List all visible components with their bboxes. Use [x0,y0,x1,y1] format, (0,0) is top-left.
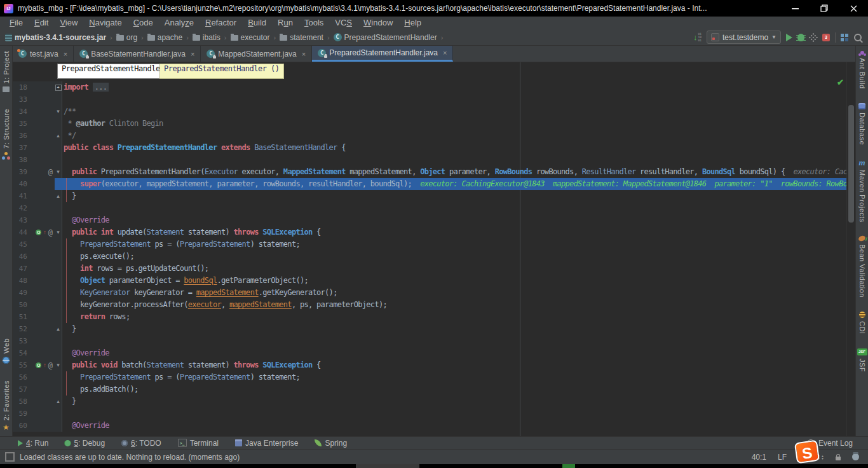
line-number[interactable]: 46 [13,251,31,263]
code-text[interactable]: keyGenerator.processAfter(executor, mapp… [62,299,846,311]
code-text[interactable]: import ... [62,81,846,93]
fold-gutter[interactable] [55,202,62,214]
gutter-icons[interactable] [31,420,55,432]
fold-gutter[interactable] [55,178,62,190]
gutter-icons[interactable] [31,275,55,287]
code-text[interactable]: @Override [62,420,846,432]
menu-window[interactable]: Window [358,17,398,29]
line-number[interactable]: 51 [13,311,31,323]
menu-file[interactable]: File [4,17,29,29]
code-line-60[interactable]: 60 @Override [13,420,846,432]
code-line-42[interactable]: 42 [13,202,846,214]
code-line-41[interactable]: 41▴ } [13,190,846,202]
fold-gutter[interactable] [55,214,62,226]
code-line-36[interactable]: 36▴ */ [13,130,846,142]
code-text[interactable]: public int update(Statement statement) t… [62,226,846,238]
tab-test.java[interactable]: Ctest.java× [13,46,74,62]
code-text[interactable]: } [62,396,846,408]
code-line-38[interactable]: 38 [13,154,846,166]
gutter-icons[interactable] [31,251,55,263]
gutter-icons[interactable] [31,371,55,383]
override-method-icon[interactable]: O [36,362,41,368]
fold-gutter[interactable]: ▾ [55,106,62,118]
tool-button-5-debug[interactable]: 5: Debug [65,439,105,448]
code-text[interactable] [62,202,846,214]
code-line-58[interactable]: 58▴ } [13,396,846,408]
gutter-icons[interactable] [31,299,55,311]
code-text[interactable]: } [62,190,846,202]
gutter-icons[interactable]: O↑@ [31,226,55,238]
profiler-button[interactable]: 3 [822,34,830,41]
fold-gutter[interactable] [55,287,62,299]
context-popup-class[interactable]: PreparedStatementHandler [57,64,168,79]
tool-stripe-cdi[interactable]: CDI [858,312,866,334]
menu-code[interactable]: Code [128,17,159,29]
menu-help[interactable]: Help [398,17,427,29]
line-number[interactable]: 38 [13,154,31,166]
fold-gutter[interactable]: ▾ [55,166,62,178]
code-line-54[interactable]: 54 @Override [13,347,846,359]
code-line-43[interactable]: 43 @Override [13,214,846,226]
gutter-icons[interactable] [31,202,55,214]
gutter-icons[interactable] [31,287,55,299]
code-line-51[interactable]: 51 return rows; [13,311,846,323]
gutter-icons[interactable] [31,118,55,130]
fold-gutter[interactable] [55,408,62,420]
fold-gutter[interactable] [55,420,62,432]
line-number[interactable]: 55 [13,359,31,371]
code-text[interactable]: public PreparedStatementHandler(Executor… [62,166,846,178]
run-with-coverage-button[interactable] [808,32,819,43]
line-number[interactable]: 60 [13,420,31,432]
menu-navigate[interactable]: Navigate [83,17,127,29]
code-line-50[interactable]: 50 keyGenerator.processAfter(executor, m… [13,299,846,311]
fold-expand-icon[interactable]: + [55,85,62,91]
menu-tools[interactable]: Tools [299,17,329,29]
readonly-lock-icon[interactable] [836,457,841,460]
minimize-button[interactable] [780,0,810,17]
close-icon[interactable]: × [64,50,67,58]
code-text[interactable] [62,154,846,166]
code-text[interactable]: */ [62,130,846,142]
code-text[interactable]: Object parameterObject = boundSql.getPar… [62,275,846,287]
fold-gutter[interactable] [55,251,62,263]
line-number[interactable]: 37 [13,142,31,154]
close-button[interactable] [839,0,868,17]
line-number[interactable]: 47 [13,263,31,275]
fold-gutter[interactable] [55,383,62,396]
fold-gutter[interactable]: ▾ [55,226,62,238]
line-number[interactable]: 18 [13,81,31,93]
menu-vcs[interactable]: VCS [329,17,358,29]
code-line-39[interactable]: 39@▾ public PreparedStatementHandler(Exe… [13,166,846,178]
line-number[interactable]: 36 [13,130,31,142]
gutter-icons[interactable] [31,238,55,251]
fold-gutter[interactable] [55,118,62,130]
tool-stripe-ant-build[interactable]: Ant Build [858,51,866,89]
fold-gutter[interactable]: ▴ [55,323,62,335]
fold-gutter[interactable]: + [55,81,62,93]
line-number[interactable]: 49 [13,287,31,299]
line-number[interactable]: 40 [13,178,31,190]
gutter-icons[interactable]: O↑@ [31,359,55,371]
line-number[interactable]: 43 [13,214,31,226]
line-number[interactable]: 39 [13,166,31,178]
override-method-icon[interactable]: O [36,230,41,235]
tool-stripe-web[interactable]: Web [3,338,10,364]
line-number[interactable]: 33 [13,93,31,106]
gutter-icons[interactable] [31,323,55,335]
code-text[interactable]: public void batch(Statement statement) t… [62,359,846,371]
code-line-46[interactable]: 46 ps.execute(); [13,251,846,263]
code-text[interactable]: ps.execute(); [62,251,846,263]
gutter-icons[interactable] [31,383,55,396]
fold-gutter[interactable] [55,263,62,275]
gutter-icons[interactable] [31,154,55,166]
line-number[interactable]: 45 [13,238,31,251]
line-number[interactable]: 42 [13,202,31,214]
line-number[interactable]: 50 [13,299,31,311]
breadcrumb-item-PreparedStatementHandler[interactable]: CPreparedStatementHandler [334,33,437,42]
gutter-icons[interactable] [31,130,55,142]
code-text[interactable]: ps.addBatch(); [62,383,846,396]
tab-MappedStatement.java[interactable]: CMappedStatement.java× [201,46,312,62]
close-icon[interactable]: × [443,49,447,57]
line-number[interactable]: 59 [13,408,31,420]
breadcrumb-item-executor[interactable]: executor [231,33,270,42]
